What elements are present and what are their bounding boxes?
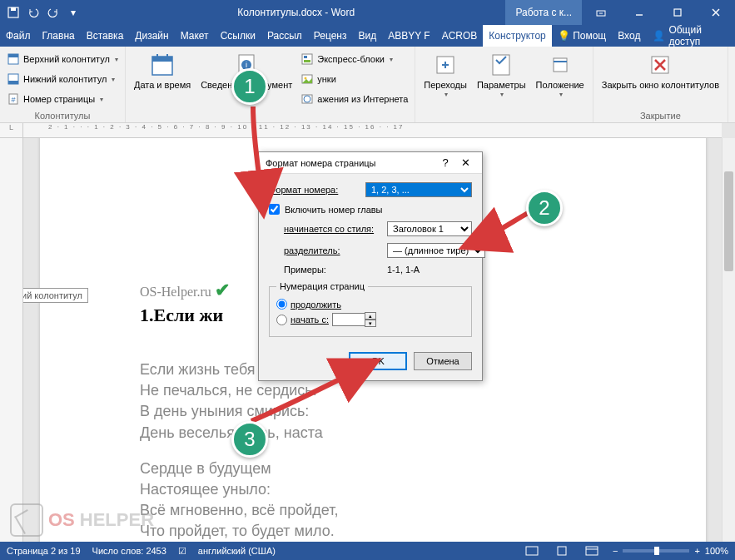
tab-view[interactable]: Вид: [352, 25, 382, 47]
chevron-down-icon: ▾: [390, 56, 393, 63]
zoom-value[interactable]: 100%: [705, 546, 728, 556]
web-layout-icon[interactable]: [583, 543, 601, 558]
checkmark-icon: ✔: [215, 280, 230, 300]
annotation-badge-3: 3: [231, 421, 268, 458]
undo-icon[interactable]: [25, 4, 42, 21]
position-button[interactable]: Положение▾: [533, 50, 588, 100]
print-layout-icon[interactable]: [553, 543, 571, 558]
ribbon-options-icon[interactable]: [582, 0, 620, 25]
zoom-slider[interactable]: [623, 549, 689, 553]
footer-icon: [7, 72, 20, 86]
svg-rect-4: [674, 9, 681, 16]
read-mode-icon[interactable]: [523, 543, 541, 558]
close-icon[interactable]: [697, 0, 735, 25]
tab-layout[interactable]: Макет: [175, 25, 215, 47]
tab-home[interactable]: Главна: [37, 25, 81, 47]
svg-rect-8: [8, 54, 18, 57]
vertical-scrollbar[interactable]: [722, 138, 735, 542]
person-icon: 👤: [653, 30, 665, 42]
continue-radio[interactable]: [276, 299, 287, 310]
save-icon[interactable]: [5, 4, 22, 21]
help-button[interactable]: 💡 Помощ: [552, 25, 612, 47]
minimize-icon[interactable]: [620, 0, 658, 25]
tab-mailings[interactable]: Рассыл: [261, 25, 308, 47]
zoom-out-icon[interactable]: −: [613, 546, 618, 556]
maximize-icon[interactable]: [658, 0, 697, 25]
qat-dropdown-icon[interactable]: ▾: [65, 4, 82, 21]
online-pictures-button[interactable]: ажения из Интернета: [299, 90, 410, 108]
dialog-close-icon[interactable]: ✕: [455, 156, 475, 169]
page-number-format-dialog: Формат номера страницы ? ✕ Формат номера…: [258, 151, 483, 381]
ribbon: Верхний колонтитул▾ Нижний колонтитул▾ #…: [0, 47, 735, 123]
annotation-arrow-1: [246, 105, 280, 205]
starts-style-select[interactable]: Заголовок 1: [387, 221, 472, 236]
start-at-input[interactable]: [332, 313, 365, 326]
separator-select[interactable]: — (длинное тире): [387, 243, 485, 258]
status-language[interactable]: английский (США): [198, 546, 276, 556]
tab-review[interactable]: Реценз: [308, 25, 353, 47]
online-picture-icon: [300, 92, 314, 106]
separator-label: разделитель:: [284, 245, 382, 255]
header-button[interactable]: Верхний колонтитул▾: [5, 50, 120, 68]
group-label-nav: [420, 109, 587, 121]
footer-button[interactable]: Нижний колонтитул▾: [5, 70, 120, 88]
chevron-down-icon: ▾: [115, 56, 118, 63]
lightbulb-icon: 💡: [558, 30, 570, 42]
dialog-help-icon[interactable]: ?: [435, 156, 455, 169]
quick-parts-button[interactable]: Экспресс-блоки▾: [299, 50, 410, 68]
tab-abbyy[interactable]: ABBYY F: [382, 25, 435, 47]
svg-rect-22: [304, 60, 310, 62]
ruler-corner: L: [0, 123, 23, 138]
tab-file[interactable]: Файл: [0, 25, 37, 47]
annotation-badge-2: 2: [526, 190, 563, 226]
redo-icon[interactable]: [45, 4, 62, 21]
date-time-button[interactable]: Дата и время: [131, 50, 194, 92]
position-icon: [547, 52, 574, 78]
svg-rect-35: [558, 547, 566, 555]
ruler-vertical[interactable]: [0, 138, 23, 542]
tab-insert[interactable]: Вставка: [81, 25, 130, 47]
annotation-badge-1: 1: [231, 68, 268, 105]
title-bar: ▾ Колонтитулы.docx - Word Работа с к...: [0, 0, 735, 25]
login-button[interactable]: Вход: [612, 25, 646, 47]
zoom-in-icon[interactable]: +: [694, 546, 699, 556]
status-page[interactable]: Страница 2 из 19: [7, 546, 81, 556]
chevron-down-icon: ▾: [112, 76, 115, 83]
tab-acrobat[interactable]: ACROB: [436, 25, 484, 47]
chevron-down-icon: ▾: [559, 91, 563, 98]
examples-value: 1-1, 1-A: [387, 265, 420, 275]
include-chapter-checkbox[interactable]: [269, 204, 280, 215]
ruler-horizontal[interactable]: 2 · 1 · · · 1 · 2 · 3 · 4 · 5 · 6 · 7 · …: [23, 123, 722, 138]
watermark-os: OS: [48, 509, 75, 531]
include-chapter-label: Включить номер главы: [285, 205, 383, 215]
examples-label: Примеры:: [284, 265, 382, 275]
chevron-down-icon: ▾: [444, 91, 448, 98]
start-at-radio[interactable]: [276, 315, 287, 325]
tab-design[interactable]: Дизайн: [129, 25, 174, 47]
proofing-icon[interactable]: ☑: [178, 546, 186, 557]
status-bar: Страница 2 из 19 Число слов: 2453 ☑ англ…: [0, 542, 735, 560]
svg-rect-28: [493, 55, 509, 75]
header-link-text: OS-Helper.ru: [140, 285, 211, 299]
page-number-button[interactable]: #Номер страницы▾: [5, 90, 120, 108]
chevron-down-icon: ▾: [100, 96, 103, 103]
annotation-arrow-2: [476, 211, 534, 245]
options-icon: [488, 52, 514, 78]
navigation-button[interactable]: Переходы▾: [420, 50, 470, 100]
scrollbar-thumb[interactable]: [724, 171, 733, 271]
tab-references[interactable]: Ссылки: [215, 25, 261, 47]
watermark-helper: HELPER: [80, 509, 154, 531]
zoom-control[interactable]: − + 100%: [613, 546, 728, 556]
status-words[interactable]: Число слов: 2453: [92, 546, 166, 556]
spinner-up-icon[interactable]: ▴: [365, 312, 376, 320]
share-button[interactable]: 👤Общий доступ: [646, 24, 735, 47]
pictures-button[interactable]: унки: [299, 70, 410, 88]
spinner-down-icon[interactable]: ▾: [365, 320, 376, 327]
starts-style-label: начинается со стиля:: [284, 224, 382, 234]
svg-rect-21: [304, 56, 307, 58]
number-format-select[interactable]: 1, 2, 3, ...: [365, 182, 472, 197]
options-button[interactable]: Параметры▾: [474, 50, 529, 100]
cancel-button[interactable]: Отмена: [414, 352, 472, 370]
tab-designer-active[interactable]: Конструктор: [483, 25, 551, 47]
close-header-footer-button[interactable]: Закрыть окно колонтитулов: [598, 50, 723, 92]
